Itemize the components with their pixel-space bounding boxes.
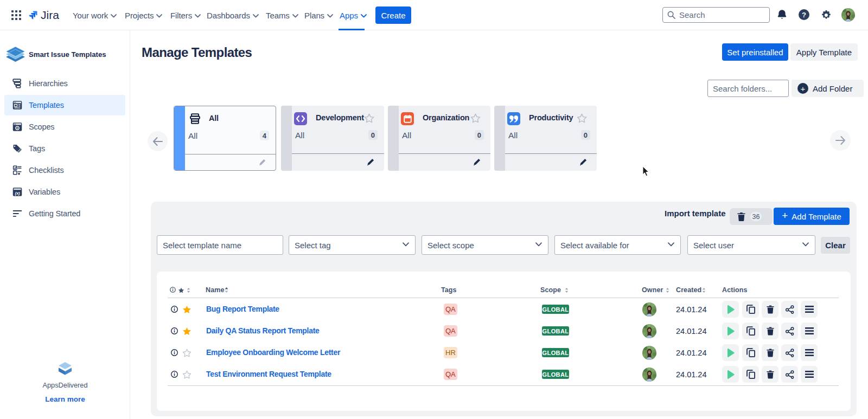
svg-text:(x): (x) bbox=[15, 191, 20, 196]
